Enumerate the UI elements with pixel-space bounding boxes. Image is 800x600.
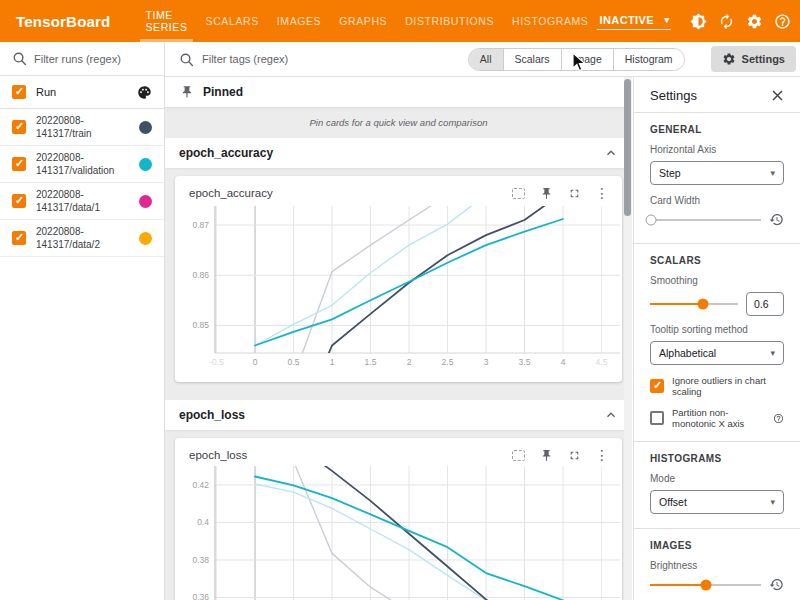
svg-text:0: 0 bbox=[253, 357, 258, 367]
svg-text:0.5: 0.5 bbox=[288, 357, 300, 367]
tab-time-series[interactable]: TIME SERIES bbox=[136, 0, 196, 42]
kebab-menu-icon: ⋮ bbox=[595, 186, 609, 200]
ignore-outliers-checkbox[interactable] bbox=[650, 379, 664, 393]
card-width-slider[interactable] bbox=[650, 213, 761, 227]
run-status-dropdown[interactable]: INACTIVE ▾ bbox=[597, 12, 671, 30]
run-row-train: 20220808-141317/train bbox=[0, 109, 164, 146]
chevron-down-icon: ▾ bbox=[770, 497, 775, 507]
settings-toggle-button[interactable]: Settings bbox=[711, 46, 796, 72]
runs-column-label: Run bbox=[36, 86, 137, 98]
chip-scalars[interactable]: Scalars bbox=[503, 49, 561, 70]
group-heading: HISTOGRAMS bbox=[650, 453, 784, 464]
histogram-mode-dropdown[interactable]: Offset ▾ bbox=[650, 490, 784, 514]
svg-text:1: 1 bbox=[330, 357, 335, 367]
settings-gear-button[interactable] bbox=[744, 8, 766, 34]
cards-scroll-area: Pinned Pin cards for a quick view and co… bbox=[165, 77, 632, 600]
pin-icon bbox=[180, 85, 194, 99]
filter-tags-input[interactable] bbox=[202, 53, 352, 65]
run-row-data1: 20220808-141317/data/1 bbox=[0, 183, 164, 220]
tab-scalars[interactable]: SCALARS bbox=[197, 0, 268, 42]
pinned-title: Pinned bbox=[203, 85, 243, 99]
partition-x-axis-checkbox[interactable] bbox=[650, 411, 664, 425]
horizontal-axis-label: Horizontal Axis bbox=[650, 144, 784, 155]
pin-icon bbox=[540, 449, 553, 462]
content-scrollbar[interactable] bbox=[624, 77, 632, 600]
palette-icon bbox=[137, 85, 152, 100]
run-checkbox-validation[interactable] bbox=[12, 157, 26, 171]
app-logo: TensorBoard bbox=[16, 13, 110, 30]
settings-button-label: Settings bbox=[742, 53, 785, 65]
tab-images[interactable]: IMAGES bbox=[268, 0, 330, 42]
section-title: epoch_accuracy bbox=[179, 146, 273, 160]
help-icon bbox=[774, 13, 791, 30]
tag-toolbar: All Scalars Image Histogram Settings bbox=[165, 42, 800, 77]
pin-card-button[interactable] bbox=[536, 446, 556, 464]
fit-to-data-button[interactable] bbox=[508, 446, 528, 464]
chip-histogram[interactable]: Histogram bbox=[613, 49, 684, 70]
tab-graphs[interactable]: GRAPHS bbox=[330, 0, 396, 42]
pinned-section-header: Pinned bbox=[165, 77, 632, 107]
card-menu-button[interactable]: ⋮ bbox=[592, 446, 612, 464]
card-menu-button[interactable]: ⋮ bbox=[592, 184, 612, 202]
chevron-down-icon: ▾ bbox=[770, 168, 775, 178]
brightness-reset-button[interactable] bbox=[769, 577, 784, 592]
fit-domain-icon bbox=[512, 450, 525, 461]
run-row-data2: 20220808-141317/data/2 bbox=[0, 220, 164, 257]
svg-text:4.5: 4.5 bbox=[596, 357, 608, 367]
card-title: epoch_accuracy bbox=[189, 187, 500, 199]
smoothing-value-input[interactable]: 0.6 bbox=[746, 292, 784, 316]
fullscreen-button[interactable] bbox=[564, 446, 584, 464]
horizontal-axis-dropdown[interactable]: Step ▾ bbox=[650, 161, 784, 185]
smoothing-label: Smoothing bbox=[650, 275, 784, 286]
histogram-mode-value: Offset bbox=[659, 496, 687, 508]
section-header-epoch-accuracy[interactable]: epoch_accuracy bbox=[165, 138, 632, 168]
restore-icon bbox=[769, 212, 784, 227]
smoothing-slider[interactable] bbox=[650, 297, 738, 311]
refresh-icon bbox=[718, 13, 735, 30]
fit-to-data-button[interactable] bbox=[508, 184, 528, 202]
tab-distributions[interactable]: DISTRIBUTIONS bbox=[396, 0, 503, 42]
settings-group-histograms: HISTOGRAMS Mode Offset ▾ bbox=[634, 442, 800, 529]
brightness-label: Brightness bbox=[650, 560, 784, 571]
run-checkbox-train[interactable] bbox=[12, 120, 26, 134]
card-width-label: Card Width bbox=[650, 195, 784, 206]
theme-toggle-button[interactable] bbox=[687, 8, 709, 34]
pin-card-button[interactable] bbox=[536, 184, 556, 202]
run-checkbox-data1[interactable] bbox=[12, 194, 26, 208]
select-all-runs-checkbox[interactable] bbox=[12, 85, 26, 99]
horizontal-axis-value: Step bbox=[659, 167, 681, 179]
scrollbar-thumb[interactable] bbox=[624, 79, 631, 216]
settings-group-scalars: SCALARS Smoothing 0.6 Tooltip sorting me… bbox=[634, 244, 800, 442]
tooltip-sort-value: Alphabetical bbox=[659, 347, 716, 359]
chip-all[interactable]: All bbox=[469, 49, 503, 70]
svg-text:4: 4 bbox=[561, 357, 566, 367]
svg-text:3.5: 3.5 bbox=[519, 357, 531, 367]
brightness-slider[interactable] bbox=[650, 578, 761, 592]
run-color-dot bbox=[139, 232, 152, 245]
tab-histograms[interactable]: HISTOGRAMS bbox=[503, 0, 597, 42]
run-checkbox-data2[interactable] bbox=[12, 231, 26, 245]
tag-type-filter: All Scalars Image Histogram bbox=[468, 48, 685, 71]
app-header: TensorBoard TIME SERIES SCALARS IMAGES G… bbox=[0, 0, 800, 42]
close-icon[interactable] bbox=[771, 89, 784, 102]
chip-image[interactable]: Image bbox=[561, 49, 613, 70]
filter-runs-input[interactable] bbox=[34, 53, 144, 65]
run-label: 20220808-141317/data/2 bbox=[36, 225, 132, 251]
refresh-button[interactable] bbox=[716, 8, 738, 34]
settings-group-images: IMAGES Brightness Contrast Show actual i… bbox=[634, 529, 800, 600]
fullscreen-button[interactable] bbox=[564, 184, 584, 202]
partition-x-axis-label: Partition non-monotonic X axis bbox=[672, 407, 765, 429]
card-width-reset-button[interactable] bbox=[769, 212, 784, 227]
svg-text:0.42: 0.42 bbox=[192, 480, 209, 490]
fullscreen-icon bbox=[568, 187, 581, 200]
chart-card-epoch-accuracy: epoch_accuracy ⋮ -0.54.500.511.522.533.5… bbox=[175, 176, 622, 382]
epoch-accuracy-chart[interactable]: -0.54.500.511.522.533.540.850.860.87 bbox=[175, 204, 622, 370]
svg-text:0.38: 0.38 bbox=[192, 555, 209, 565]
epoch-loss-chart[interactable]: -0.54.500.511.522.533.540.360.380.40.42 bbox=[175, 466, 622, 600]
chevron-down-icon: ▾ bbox=[770, 348, 775, 358]
card-title: epoch_loss bbox=[189, 449, 500, 461]
help-button[interactable] bbox=[772, 8, 794, 34]
run-label: 20220808-141317/data/1 bbox=[36, 188, 132, 214]
tooltip-sort-dropdown[interactable]: Alphabetical ▾ bbox=[650, 341, 784, 365]
section-header-epoch-loss[interactable]: epoch_loss bbox=[165, 400, 632, 430]
